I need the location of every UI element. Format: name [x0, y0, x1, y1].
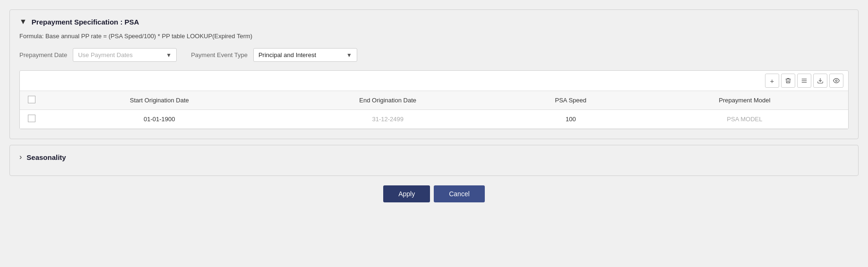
formula-text: Formula: Base annual PP rate = (PSA Spee… [19, 33, 849, 40]
payment-event-type-label: Payment Event Type [191, 51, 248, 58]
download-button[interactable] [813, 74, 827, 88]
table-section: + [19, 70, 849, 129]
prepayment-section: ▼ Prepayment Specification : PSA Formula… [9, 9, 859, 139]
col-header-end-date: End Origination Date [275, 91, 500, 110]
form-row: Prepayment Date Use Payment Dates ▼ Paym… [19, 48, 849, 62]
prepayment-section-header: ▼ Prepayment Specification : PSA [19, 17, 849, 26]
table-row: 01-01-1900 31-12-2499 100 PSA MODEL [20, 110, 848, 129]
table-toolbar: + [20, 71, 848, 91]
prepayment-section-title: Prepayment Specification : PSA [32, 18, 139, 26]
prepayment-date-label: Prepayment Date [19, 51, 67, 58]
apply-button[interactable]: Apply [383, 185, 430, 202]
delete-row-button[interactable] [781, 74, 795, 88]
payment-event-type-dropdown-arrow-icon: ▼ [346, 52, 352, 58]
select-all-checkbox[interactable] [28, 96, 35, 103]
col-header-start-date: Start Origination Date [43, 91, 275, 110]
cancel-button[interactable]: Cancel [434, 185, 485, 202]
footer-buttons: Apply Cancel [9, 185, 859, 202]
row-end-date: 31-12-2499 [275, 110, 500, 129]
prepayment-date-dropdown-arrow-icon: ▼ [166, 52, 172, 58]
payment-event-type-value: Principal and Interest [258, 51, 316, 58]
seasonality-section: › Seasonality [9, 145, 859, 176]
row-psa-speed: 100 [500, 110, 641, 129]
col-header-psa-speed: PSA Speed [500, 91, 641, 110]
page-container: ▼ Prepayment Specification : PSA Formula… [9, 9, 859, 202]
row-checkbox[interactable] [28, 115, 35, 122]
seasonality-section-title: Seasonality [26, 153, 66, 161]
svg-point-4 [835, 80, 837, 82]
row-checkbox-cell [20, 110, 43, 129]
prepayment-date-value: Use Payment Dates [78, 51, 133, 58]
prepayment-date-dropdown[interactable]: Use Payment Dates ▼ [73, 48, 177, 62]
col-header-checkbox [20, 91, 43, 110]
table-header-row: Start Origination Date End Origination D… [20, 91, 848, 110]
add-row-button[interactable]: + [765, 74, 779, 88]
row-start-date: 01-01-1900 [43, 110, 275, 129]
row-prepayment-model: PSA MODEL [641, 110, 848, 129]
prepayment-chevron-icon[interactable]: ▼ [19, 17, 27, 26]
data-table: Start Origination Date End Origination D… [20, 91, 848, 129]
view-button[interactable] [829, 74, 843, 88]
seasonality-chevron-icon[interactable]: › [19, 153, 22, 161]
payment-event-type-dropdown[interactable]: Principal and Interest ▼ [253, 48, 357, 62]
list-view-button[interactable] [797, 74, 811, 88]
payment-event-type-field: Payment Event Type Principal and Interes… [191, 48, 357, 62]
col-header-prepayment-model: Prepayment Model [641, 91, 848, 110]
seasonality-section-header: › Seasonality [19, 153, 849, 161]
table-wrapper: Start Origination Date End Origination D… [20, 91, 848, 129]
prepayment-date-field: Prepayment Date Use Payment Dates ▼ [19, 48, 177, 62]
